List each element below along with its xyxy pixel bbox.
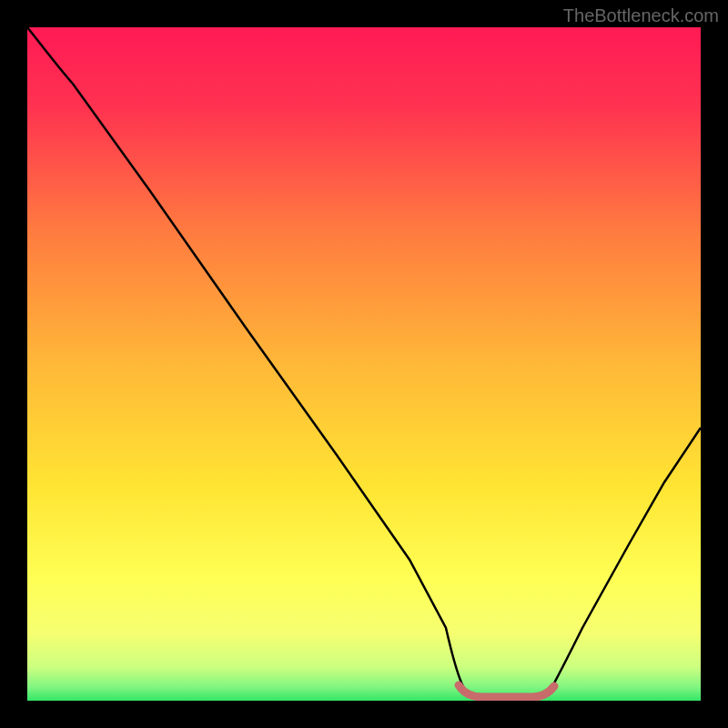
bottleneck-curve [27,27,701,701]
optimal-zone-marker [459,685,554,697]
chart-plot-area [27,27,701,701]
curve-path [27,27,701,698]
watermark-text: TheBottleneck.com [563,5,719,26]
